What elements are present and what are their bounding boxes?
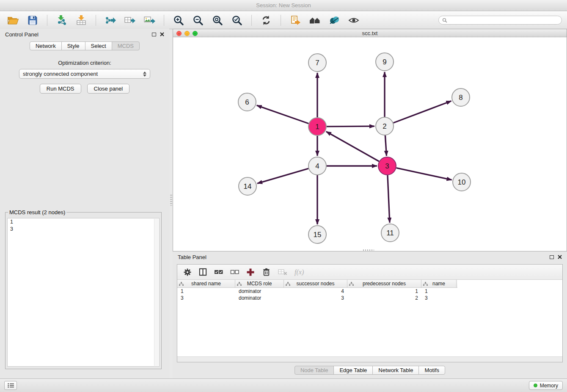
select-all-button[interactable] [214,268,223,276]
table-panel: Table Panel [173,251,567,378]
show-panels-button[interactable] [4,381,17,390]
select-all-icon [214,268,223,276]
column-attribute-icon [179,282,184,286]
toolbar-separator [47,15,47,26]
home-views-icon [309,15,321,25]
column-attribute-icon [237,282,242,286]
float-table-panel-icon[interactable] [550,255,554,259]
table-cell: dominator [235,295,284,301]
tab-mcds[interactable]: MCDS [112,41,140,50]
zoom-fit-button[interactable] [209,14,226,27]
column-header-successor-nodes[interactable]: successor nodes [284,280,347,287]
close-table-panel-icon[interactable] [558,255,562,259]
window-title: Session: New Session [256,2,311,8]
import-network-button[interactable] [54,14,70,27]
column-header-MCDS-role[interactable]: MCDS role [235,280,284,287]
float-panel-icon[interactable] [152,33,156,36]
close-panel-icon[interactable] [160,32,164,36]
column-header-shared-name[interactable]: shared name [177,280,235,287]
table-panel-header: Table Panel [173,251,567,262]
toolbar-search[interactable] [438,16,562,25]
export-network-button[interactable] [102,14,118,27]
export-image-icon [144,15,155,25]
control-panel-header: Control Panel [0,29,169,40]
tab-style[interactable]: Style [61,41,85,50]
graph-node-label: 3 [385,162,389,170]
export-table-icon [124,15,136,25]
table-horizontal-scrollbar[interactable] [177,356,562,362]
memory-button[interactable]: Memory [529,381,563,390]
graph-edge-3-10[interactable] [396,168,452,180]
save-floppy-icon [28,15,38,25]
optimization-dropdown[interactable]: strongly connected component [19,69,150,79]
search-input[interactable] [449,17,558,23]
import-table-button[interactable] [73,14,89,27]
table-settings-button[interactable] [183,268,192,276]
show-columns-button[interactable] [199,268,207,276]
table-row[interactable]: 1dominator411 [177,288,562,295]
deselect-all-button[interactable] [230,268,239,276]
export-table-button[interactable] [122,14,138,27]
table-cell: 3 [284,295,347,301]
import-network-icon [56,15,67,25]
graphics-detail-button[interactable] [346,14,362,27]
graphics-detail-eye-icon [348,15,359,25]
mcds-result-list[interactable]: 13 [7,218,160,367]
table-cell: 1 [177,288,235,295]
memory-label: Memory [540,383,558,389]
refresh-layout-icon [261,15,272,26]
refresh-layout-button[interactable] [258,14,274,27]
graph-edge-1-6[interactable] [257,105,309,124]
toolbar-separator [251,15,252,26]
graph-node-label: 8 [459,94,462,102]
apply-style-button[interactable] [326,14,342,27]
column-attribute-icon [349,282,354,286]
network-window-titlebar[interactable]: scc.txt [173,29,567,37]
save-session-button[interactable] [25,14,41,27]
tab-edge-table[interactable]: Edge Table [333,366,373,375]
apply-style-icon [329,15,340,25]
dropdown-stepper-icon [140,72,146,77]
graph-edge-3-11[interactable] [388,175,390,223]
graph-edge-3-1[interactable] [326,132,379,161]
zoom-out-icon [193,15,204,26]
mcds-result-title: MCDS result (2 nodes) [8,209,66,215]
result-scrollbar[interactable] [154,219,159,366]
function-builder-button[interactable]: f(x) [295,268,304,276]
table-toolbar: f(x) [177,265,562,280]
column-header-predecessor-nodes[interactable]: predecessor nodes [347,280,421,287]
close-panel-button[interactable]: Close panel [87,84,130,94]
zoom-selected-button[interactable] [229,14,245,27]
table-cell: dominator [235,288,284,295]
graph-node-label: 14 [244,182,252,190]
delete-column-button[interactable] [262,268,271,276]
open-session-button[interactable] [5,14,21,27]
column-attribute-icon [286,282,290,286]
add-column-button[interactable] [246,268,255,276]
graph-edge-1-2[interactable] [327,126,374,127]
table-row[interactable]: 3dominator323 [177,295,562,301]
export-image-button[interactable] [141,14,157,27]
tab-node-table[interactable]: Node Table [295,366,334,375]
graph-node-label: 1 [315,123,319,131]
tab-network-table[interactable]: Network Table [372,366,419,375]
delete-table-button[interactable] [278,268,287,276]
result-item: 3 [8,226,159,233]
network-graph[interactable]: 7968124314101511 [173,37,567,251]
graph-edge-4-14[interactable] [257,168,308,183]
tab-motifs[interactable]: Motifs [418,366,445,375]
graph-edge-2-8[interactable] [394,101,451,123]
zoom-out-button[interactable] [190,14,206,27]
vertical-splitter-handle[interactable] [170,195,172,206]
delete-table-icon [278,268,287,276]
tab-network[interactable]: Network [30,41,62,50]
graph-edge-2-3[interactable] [385,135,386,156]
zoom-in-button[interactable] [171,14,187,27]
share-document-button[interactable] [287,14,303,27]
column-header-name[interactable]: name [421,280,457,287]
home-views-button[interactable] [307,14,323,27]
run-mcds-button[interactable]: Run MCDS [40,84,81,94]
column-attribute-icon [423,282,428,286]
tab-select[interactable]: Select [85,41,112,50]
table-cell: 3 [177,295,235,301]
